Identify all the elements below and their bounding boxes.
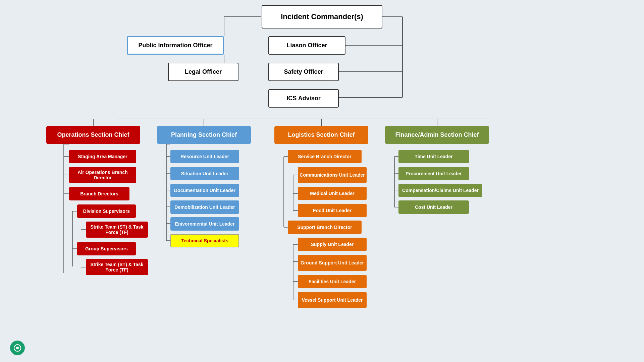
airops-box: Air Operations Branch Director [69,167,136,183]
comp-unit-box: Compensation/Claims Unit Leader [398,184,482,197]
strike-team1-label: Strike Team (ST) & Task Force (TF) [86,224,148,235]
vessel-unit-label: Vessel Support Unit Leader [302,297,363,303]
branch-directors-label: Branch Directors [80,191,118,196]
ground-unit-label: Ground Support Unit Leader [301,260,364,265]
chatbot-icon [13,344,21,352]
ground-unit-box: Ground Support Unit Leader [298,255,367,271]
sup-branch-box: Support Branch Director [288,221,362,234]
med-unit-label: Medical Unit Leader [310,191,354,196]
doc-unit-label: Documentation Unit Leader [174,188,235,193]
svc-branch-box: Service Branch Director [288,150,362,163]
div-supervisors-box: Division Supervisors [77,204,136,218]
incident-commander-box: Incident Commander(s) [262,5,382,28]
ops-chief-box: Operations Section Chief [46,126,140,144]
time-unit-box: Time Unit Leader [398,150,469,163]
res-unit-label: Resource Unit Leader [180,154,229,159]
strike-team2-label: Strike Team (ST) & Task Force (TF) [86,262,148,273]
tech-spec-label: Technical Specialists [181,238,228,243]
liaison-box: Liason Officer [268,36,345,55]
env-unit-label: Enivornmental Unit Leader [175,221,234,227]
ops-chief-label: Operations Section Chief [57,131,129,138]
safety-box: Safety Officer [268,63,339,81]
comm-unit-box: Communications Unit Leader [298,167,367,183]
supply-unit-label: Supply Unit Leader [311,242,354,247]
log-chief-box: Logistics Section Chief [274,126,368,144]
grp-supervisors-label: Group Supervisors [85,246,128,251]
chatbot-button[interactable] [10,341,25,355]
plan-chief-label: Planning Section Chief [171,131,237,138]
fac-unit-label: Facilities Unit Leader [309,279,356,284]
food-unit-box: Food Unit Leader [298,204,367,217]
svc-branch-label: Service Branch Director [298,154,352,159]
cost-unit-box: Cost Unit Leader [398,200,469,214]
demob-unit-box: Demobilization Unit Leader [170,200,239,214]
vessel-unit-box: Vessel Support Unit Leader [298,292,367,308]
legal-box: Legal Officer [168,63,238,81]
ics-advisor-box: ICS Advisor [268,89,339,108]
svg-point-52 [16,347,19,349]
proc-unit-box: Procurement Unit Leader [398,167,469,180]
branch-directors-box: Branch Directors [69,187,129,200]
comp-unit-label: Compensation/Claims Unit Leader [402,188,479,193]
time-unit-label: Time Unit Leader [415,154,452,159]
staging-box: Staging Area Manager [69,150,136,163]
div-supervisors-label: Division Supervisors [83,208,130,214]
staging-label: Staging Area Manager [78,154,127,159]
res-unit-box: Resource Unit Leader [170,150,239,163]
comm-unit-label: Communications Unit Leader [300,172,365,178]
med-unit-box: Medical Unit Leader [298,187,367,200]
pio-label: Public Information Officer [138,42,212,49]
sup-branch-label: Support Branch Director [297,225,352,230]
fac-unit-box: Facilities Unit Leader [298,275,367,288]
sit-unit-label: Situation Unit Leader [181,171,228,176]
cost-unit-label: Cost Unit Leader [415,204,452,210]
doc-unit-box: Documentation Unit Leader [170,184,239,197]
legal-label: Legal Officer [185,68,222,75]
env-unit-box: Enivornmental Unit Leader [170,217,239,231]
strike-team2-box: Strike Team (ST) & Task Force (TF) [86,259,148,275]
supply-unit-box: Supply Unit Leader [298,238,367,251]
pio-box: Public Information Officer [127,36,224,55]
tech-spec-box: Technical Specialists [170,234,239,247]
liaison-label: Liason Officer [286,42,327,49]
fin-chief-box: Finance/Admin Section Chief [385,126,489,144]
plan-chief-box: Planning Section Chief [157,126,251,144]
fin-chief-label: Finance/Admin Section Chief [395,131,479,138]
incident-commander-label: Incident Commander(s) [281,12,363,21]
proc-unit-label: Procurement Unit Leader [406,171,462,176]
log-chief-label: Logistics Section Chief [288,131,355,138]
sit-unit-box: Situation Unit Leader [170,167,239,180]
food-unit-label: Food Unit Leader [313,208,352,213]
org-chart: Incident Commander(s) Public Information… [0,0,644,362]
ics-advisor-label: ICS Advisor [286,95,320,102]
demob-unit-label: Demobilization Unit Leader [174,204,235,210]
strike-team1-box: Strike Team (ST) & Task Force (TF) [86,222,148,238]
safety-label: Safety Officer [284,68,323,75]
airops-label: Air Operations Branch Director [69,170,136,180]
grp-supervisors-box: Group Supervisors [77,242,136,255]
